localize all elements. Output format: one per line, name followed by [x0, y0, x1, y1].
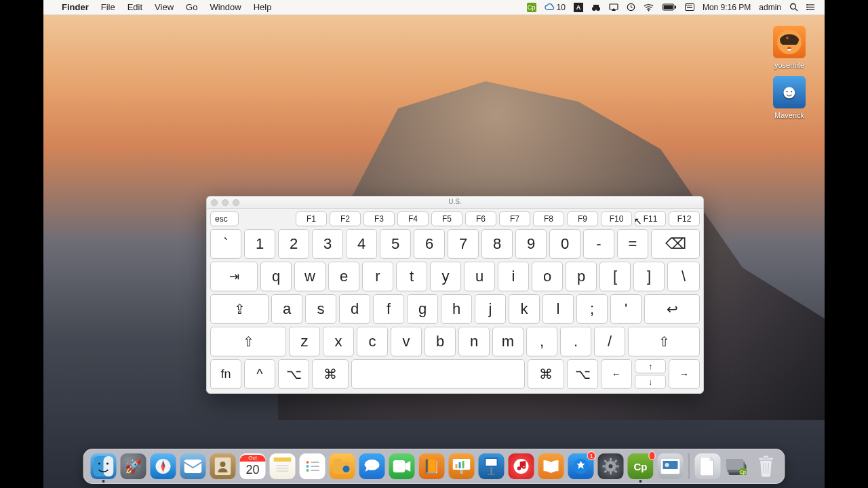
- spotlight-icon[interactable]: [785, 3, 802, 12]
- window-titlebar[interactable]: U.S.: [207, 197, 703, 209]
- dock-reminders-icon[interactable]: [300, 453, 326, 479]
- dock-keynote-icon[interactable]: [479, 453, 505, 479]
- keyboard-viewer-window[interactable]: U.S. ↖ esc F1 F2 F3 F4 F5 F6 F7 F8 F9 F1…: [206, 196, 704, 394]
- key-x[interactable]: x: [323, 327, 354, 357]
- dock-document-icon[interactable]: [695, 453, 721, 479]
- key-shift-left[interactable]: ⇧: [210, 327, 286, 357]
- key-f1[interactable]: F1: [296, 211, 327, 226]
- key-2[interactable]: 2: [278, 229, 309, 259]
- key-5[interactable]: 5: [380, 229, 411, 259]
- key-capslock[interactable]: ⇪: [210, 294, 269, 324]
- key-f8[interactable]: F8: [533, 211, 564, 226]
- dock-messages-icon[interactable]: [359, 453, 385, 479]
- key-space[interactable]: [351, 359, 525, 389]
- status-wifi-icon[interactable]: [639, 3, 658, 12]
- key-backtick[interactable]: `: [210, 229, 241, 259]
- key-y[interactable]: y: [430, 262, 461, 291]
- key-esc[interactable]: esc: [210, 211, 239, 226]
- key-command-left[interactable]: ⌘: [312, 359, 349, 389]
- key-s[interactable]: s: [305, 294, 336, 324]
- key-f[interactable]: f: [373, 294, 404, 324]
- menubar-clock[interactable]: Mon 9:16 PM: [698, 3, 755, 12]
- key-f7[interactable]: F7: [499, 211, 530, 226]
- key-7[interactable]: 7: [448, 229, 479, 259]
- key-option-right[interactable]: ⌥: [567, 359, 598, 389]
- key-t[interactable]: t: [396, 262, 427, 291]
- dock-notes-icon[interactable]: [270, 453, 296, 479]
- key-quote[interactable]: ': [610, 294, 642, 324]
- key-l[interactable]: l: [542, 294, 574, 324]
- key-minus[interactable]: -: [583, 229, 614, 259]
- menu-edit[interactable]: Edit: [121, 2, 149, 12]
- key-shift-right[interactable]: ⇧: [628, 327, 700, 357]
- dock-calendar-icon[interactable]: Oct 20: [240, 453, 266, 479]
- status-battery-icon[interactable]: [658, 3, 681, 11]
- key-arrow-up[interactable]: ↑: [635, 359, 666, 373]
- key-v[interactable]: v: [391, 327, 422, 357]
- menu-help[interactable]: Help: [248, 2, 278, 12]
- dock-finder-icon[interactable]: [91, 453, 117, 479]
- key-6[interactable]: 6: [414, 229, 445, 259]
- key-fn[interactable]: fn: [210, 359, 241, 389]
- key-a[interactable]: a: [271, 294, 302, 324]
- key-f10[interactable]: F10: [601, 211, 632, 226]
- key-r[interactable]: r: [362, 262, 393, 291]
- status-timemachine-icon[interactable]: [623, 3, 639, 12]
- menu-window[interactable]: Window: [203, 2, 247, 12]
- key-f3[interactable]: F3: [363, 211, 395, 226]
- dock-preview-icon[interactable]: [658, 453, 684, 479]
- key-semicolon[interactable]: ;: [576, 294, 608, 324]
- key-o[interactable]: o: [532, 262, 563, 291]
- key-return[interactable]: ↩: [644, 294, 700, 324]
- key-backspace[interactable]: ⌫: [651, 229, 700, 259]
- key-8[interactable]: 8: [481, 229, 513, 259]
- key-h[interactable]: h: [441, 294, 472, 324]
- key-w[interactable]: w: [294, 262, 326, 291]
- dock-folder-app-icon[interactable]: [330, 453, 355, 479]
- key-bracket-left[interactable]: [: [599, 262, 631, 291]
- key-f4[interactable]: F4: [397, 211, 429, 226]
- key-tab[interactable]: ⇥: [210, 262, 258, 291]
- status-input-source-icon[interactable]: [681, 3, 698, 11]
- key-e[interactable]: e: [328, 262, 359, 291]
- key-1[interactable]: 1: [244, 229, 275, 259]
- dock-captivate-icon[interactable]: Cp: [628, 453, 654, 479]
- key-comma[interactable]: ,: [526, 327, 557, 357]
- key-q[interactable]: q: [260, 262, 292, 291]
- status-icon-captivate[interactable]: Cp: [523, 3, 540, 12]
- key-m[interactable]: m: [492, 327, 524, 357]
- desktop-icon-yosemite[interactable]: yosemite: [764, 26, 815, 69]
- dock-appstore-icon[interactable]: 1: [568, 453, 594, 479]
- menubar-user[interactable]: admin: [755, 3, 785, 12]
- key-backslash[interactable]: \: [667, 262, 700, 291]
- key-d[interactable]: d: [339, 294, 370, 324]
- dock-contacts-icon[interactable]: [210, 453, 236, 479]
- key-f11[interactable]: F11: [635, 211, 666, 226]
- dock-safari-icon[interactable]: [151, 453, 176, 479]
- dock-system-preferences-icon[interactable]: [598, 453, 624, 479]
- key-g[interactable]: g: [407, 294, 438, 324]
- key-f12[interactable]: F12: [669, 211, 700, 226]
- key-arrow-down[interactable]: ↓: [635, 375, 666, 389]
- key-j[interactable]: j: [475, 294, 506, 324]
- key-f2[interactable]: F2: [330, 211, 361, 226]
- status-airplay-icon[interactable]: [605, 3, 623, 12]
- dock-ibooks-author-icon[interactable]: 📙: [419, 453, 445, 479]
- dock-ibooks-icon[interactable]: [538, 453, 564, 479]
- notification-center-icon[interactable]: [802, 3, 819, 11]
- status-binoculars-icon[interactable]: [587, 3, 605, 12]
- dock-launchpad-icon[interactable]: 🚀: [121, 453, 146, 479]
- key-command-right[interactable]: ⌘: [528, 359, 564, 389]
- key-c[interactable]: c: [357, 327, 388, 357]
- dock-trash-icon[interactable]: [755, 453, 778, 479]
- key-equals[interactable]: =: [617, 229, 648, 259]
- key-f5[interactable]: F5: [431, 211, 462, 226]
- menu-view[interactable]: View: [149, 2, 180, 12]
- menu-go[interactable]: Go: [180, 2, 203, 12]
- menu-file[interactable]: File: [95, 2, 121, 12]
- key-k[interactable]: k: [509, 294, 540, 324]
- status-adobe-icon[interactable]: A: [570, 3, 587, 12]
- desktop-icon-maverick[interactable]: ☻ Maverick: [764, 76, 815, 119]
- key-0[interactable]: 0: [549, 229, 580, 259]
- key-u[interactable]: u: [464, 262, 495, 291]
